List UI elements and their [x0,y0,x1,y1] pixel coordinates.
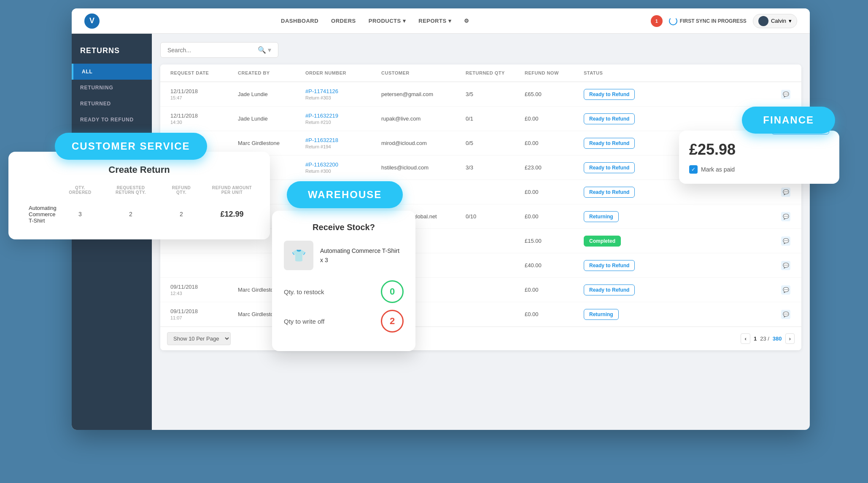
page-of: 23 / [760,335,769,342]
customer-service-label: CUSTOMER SERVICE [55,133,207,160]
th-customer: CUSTOMER [378,64,462,81]
qty-writeoff-row: Qty to write off 2 [284,310,404,333]
sidebar-item-returning[interactable]: RETURNING [72,80,152,96]
warehouse-product-info: Automating Commerce T-Shirt x 3 [320,246,399,265]
nav-reports[interactable]: REPORTS ▾ [418,18,451,24]
total-pages: 380 [773,335,782,342]
page-nav: ‹ 1 23 / 380 › [741,333,795,344]
qty-writeoff-label: Qty to write off [284,318,324,325]
qty-restock-label: Qty. to restock [284,288,324,295]
prev-page-button[interactable]: ‹ [741,333,750,344]
table-row: 09/11/201812:43 Marc Girdlestone #P-1128… [160,278,801,302]
qty-restock-value[interactable]: 0 [381,280,404,303]
create-return-card: Create Return QTY.ORDERED REQUESTEDRETUR… [8,152,270,239]
finance-amount: £25.98 [689,141,736,158]
status-ready-to-refund[interactable]: Ready to Refund [584,89,635,100]
cr-product-row: 👕 Automating Commerce T-Shirt 3 2 2 £12.… [21,201,257,227]
warehouse-product-name: Automating Commerce T-Shirt [320,246,399,255]
status-returning[interactable]: Returning [584,211,619,222]
show-per-page-select[interactable]: Show 10 Per Page [167,332,231,345]
th-order-number: ORDER NUMBER [302,64,378,81]
th-returned-qty: RETURNED QTY [462,64,521,81]
sidebar-title: RETURNS [72,42,152,64]
finance-label: FINANCE [742,107,835,134]
refund-amount: £12.99 [207,210,257,219]
status-ready-to-refund[interactable]: Ready to Refund [584,187,635,198]
finance-card: £25.98 Ready to Refund ✓ Mark as paid [679,131,839,184]
nav-right: 1 FIRST SYNC IN PROGRESS Calvin ▾ [651,14,797,28]
pagination: Show 10 Per Page ‹ 1 23 / 380 › [160,327,801,350]
mark-paid-label: Mark as paid [701,166,735,173]
status-ready-to-refund[interactable]: Ready to Refund [584,260,635,271]
sync-status: FIRST SYNC IN PROGRESS [669,17,747,25]
th-request-date: REQUEST DATE [167,64,235,81]
refund-qty: 2 [156,211,207,217]
sidebar-item-ready-to-refund[interactable]: READY TO REFUND [72,112,152,128]
th-status: STATUS [580,64,778,81]
table-row: 12/11/201814:30 Jade Lundie #P-11632219R… [160,107,801,131]
nav-products[interactable]: PRODUCTS ▾ [369,18,406,24]
sidebar-item-all[interactable]: ALL [72,64,152,80]
user-name: Calvin [771,18,786,24]
chat-icon[interactable]: 💬 [781,236,790,246]
table-row: #P-11234568Return #299 £40.00 Ready to R… [160,253,801,278]
table-row: 09/11/201811:07 Marc Girdlestone #P-1453… [160,302,801,327]
status-ready-to-refund[interactable]: Ready to Refund [584,113,635,124]
chat-icon[interactable]: 💬 [781,310,790,319]
table-row: 12/11/201815:47 Jade Lundie #P-11741126R… [160,82,801,107]
warehouse-card: Receive Stock? 👕 Automating Commerce T-S… [272,211,415,351]
chevron-down-icon: ▾ [789,18,792,24]
mark-paid-checkbox[interactable]: ✓ [689,165,698,174]
chat-icon[interactable]: 💬 [781,90,790,99]
chat-icon[interactable]: 💬 [781,188,790,197]
product-name: Automating Commerce T-Shirt [25,205,57,224]
nav-orders[interactable]: ORDERS [331,18,356,24]
nav-settings[interactable]: ⚙ [464,18,469,24]
chat-icon[interactable]: 💬 [781,261,790,270]
next-page-button[interactable]: › [785,333,795,344]
qty-restock-row: Qty. to restock 0 [284,280,404,303]
th-refund-now: REFUND NOW [521,64,580,81]
requested-return-qty: 2 [105,211,156,217]
logo-icon: V [84,13,100,29]
chat-icon[interactable]: 💬 [781,285,790,295]
sync-spinner-icon [669,17,677,25]
tshirt-icon: 👕 [291,249,306,263]
warehouse-card-title: Receive Stock? [284,223,404,232]
status-returning[interactable]: Returning [584,309,619,320]
top-nav: V DASHBOARD ORDERS PRODUCTS ▾ REPORTS ▾ … [72,8,810,34]
warehouse-product: 👕 Automating Commerce T-Shirt x 3 [284,241,404,270]
qty-ordered: 3 [55,211,105,217]
status-completed[interactable]: Completed [584,236,621,247]
search-input[interactable] [167,47,254,54]
status-ready-to-refund[interactable]: Ready to Refund [584,162,635,173]
warehouse-product-qty: x 3 [320,255,399,265]
status-ready-to-refund[interactable]: Ready to Refund [584,138,635,149]
mark-as-paid-row: ✓ Mark as paid [689,165,829,174]
notification-bell[interactable]: 1 [651,15,663,27]
nav-dashboard[interactable]: DASHBOARD [281,18,318,24]
current-page: 1 [754,335,757,342]
table-header: REQUEST DATE CREATED BY ORDER NUMBER CUS… [160,64,801,82]
sidebar-item-returned[interactable]: RETURNED [72,96,152,112]
warehouse-product-image: 👕 [284,241,313,270]
search-bar: 🔍 ▾ [160,42,278,58]
search-icon: 🔍 ▾ [258,46,271,54]
qty-writeoff-value[interactable]: 2 [381,310,404,333]
nav-links: DASHBOARD ORDERS PRODUCTS ▾ REPORTS ▾ ⚙ [116,18,634,24]
create-return-title: Create Return [21,164,257,175]
chat-icon[interactable]: 💬 [781,212,790,221]
th-chat [778,64,795,81]
warehouse-label: WAREHOUSE [287,181,403,208]
cr-table-header: QTY.ORDERED REQUESTEDRETURN QTY. REFUNDQ… [21,185,257,195]
status-ready-to-refund[interactable]: Ready to Refund [584,284,635,295]
th-created-by: CREATED BY [235,64,302,81]
user-menu[interactable]: Calvin ▾ [753,14,797,28]
user-avatar [758,16,768,26]
